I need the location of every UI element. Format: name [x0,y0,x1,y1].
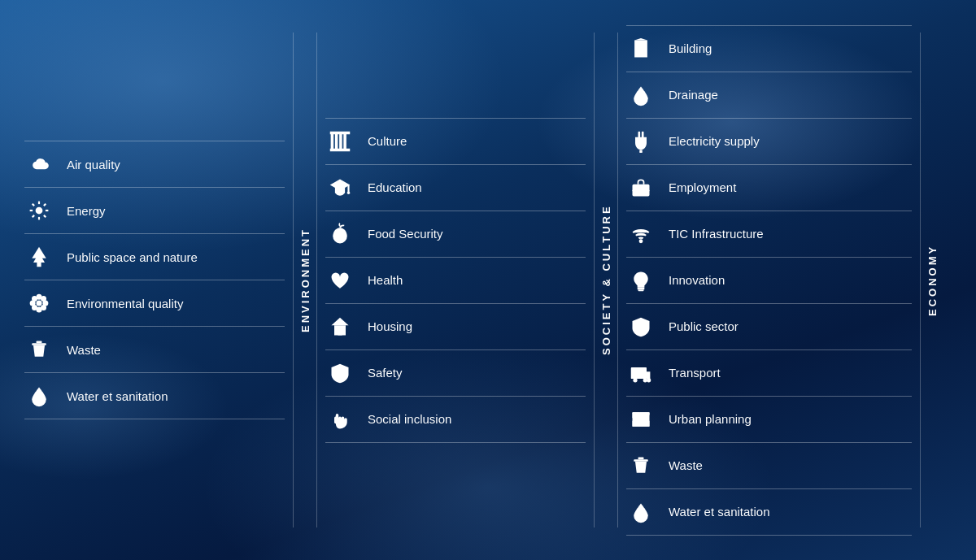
svg-rect-26 [343,132,346,150]
transport-label: Transport [669,366,721,380]
list-item: Energy [24,188,285,234]
public-sector-shield-icon [626,312,656,341]
culture-label: Culture [368,134,407,148]
building-label: Building [669,41,712,55]
sun-icon [24,196,54,225]
list-item: Urban planning [626,397,912,443]
waste2-label: Waste [669,458,703,472]
health-label: Health [368,273,403,287]
svg-rect-57 [633,420,642,426]
list-item: Electricity supply [626,119,912,165]
list-item: Public sector [626,304,912,350]
svg-rect-36 [634,40,647,57]
food-security-label: Food Security [368,227,443,241]
society-category-label: SOCIETY & CULTURE [595,24,617,536]
svg-point-20 [32,305,37,310]
wifi-icon [626,219,656,249]
svg-line-7 [44,204,46,206]
svg-rect-48 [638,289,644,291]
list-item: Health [325,258,586,304]
list-item: Waste [24,327,285,373]
social-inclusion-label: Social inclusion [368,412,451,426]
list-item: Culture [325,118,586,165]
heart-icon [325,266,355,295]
svg-rect-37 [637,43,640,46]
public-sector-label: Public sector [669,319,739,333]
svg-rect-21 [32,343,46,345]
economy-category-label: ECONOMY [921,24,943,536]
svg-rect-60 [638,457,644,459]
plan-icon [626,405,656,434]
svg-point-18 [41,305,46,310]
svg-rect-22 [37,341,42,344]
economy-column: Building Drainage Electricity supply Emp… [618,24,943,536]
water2-drop-icon [626,497,656,527]
svg-point-46 [640,240,643,242]
mortarboard-icon [325,173,355,202]
safety-label: Safety [368,366,403,380]
svg-rect-35 [334,416,338,423]
svg-rect-56 [639,415,645,418]
list-item: Building [626,25,912,72]
environment-category-label: ENVIRONMENT [294,24,316,536]
list-item: Environmental quality [24,280,285,327]
svg-point-17 [32,296,37,302]
list-item: Waste [626,443,912,489]
bulb-icon [626,266,656,295]
water-label: Water et sanitation [67,389,168,403]
public-space-label: Public space and nature [67,250,198,264]
bin-icon [24,335,54,364]
building-icon [626,34,656,63]
electricity-label: Electricity supply [669,134,760,148]
list-item: Food Security [325,211,586,258]
economy-list: Building Drainage Electricity supply Emp… [618,24,920,536]
tic-label: TIC Infrastructure [669,227,764,241]
svg-rect-54 [633,412,640,418]
list-item: Drainage [626,72,912,119]
svg-rect-39 [637,49,640,52]
svg-point-19 [41,296,46,302]
env-quality-label: Environmental quality [67,297,183,310]
svg-rect-38 [642,43,645,46]
svg-rect-23 [331,132,334,150]
svg-rect-43 [639,150,643,153]
svg-line-6 [44,215,46,217]
tree-icon [24,242,54,271]
environment-column: Air quality Energy Public space and natu… [16,24,317,536]
svg-line-5 [33,204,34,206]
waste-label: Waste [67,343,101,357]
drop-icon [24,381,54,410]
cloud-icon [24,150,54,179]
svg-point-52 [647,378,651,382]
svg-rect-58 [641,420,650,426]
energy-label: Energy [67,204,106,218]
svg-rect-24 [335,132,338,150]
list-item: Water et sanitation [24,373,285,419]
waste2-icon [626,451,656,480]
innovation-label: Innovation [669,273,725,287]
briefcase-icon [626,173,656,202]
svg-rect-59 [634,459,648,462]
hand-icon [325,405,355,434]
list-item: Social inclusion [325,397,586,443]
housing-label: Housing [368,319,412,333]
svg-point-12 [37,301,42,306]
list-item: Public space and nature [24,234,285,280]
svg-line-8 [33,215,34,217]
water2-label: Water et sanitation [669,505,770,519]
svg-point-50 [633,378,637,382]
education-label: Education [368,180,422,194]
svg-rect-55 [639,412,649,415]
air-quality-label: Air quality [67,158,120,171]
svg-rect-49 [631,367,647,379]
society-column: Culture Education Food Security Health [317,24,618,536]
svg-point-0 [36,207,43,215]
urban-planning-label: Urban planning [669,412,752,426]
society-list: Culture Education Food Security Health [317,24,594,536]
drainage-drop-icon [626,80,656,110]
list-item: Transport [626,350,912,397]
truck-icon [626,358,656,388]
svg-rect-27 [330,131,351,134]
shield-icon [325,358,355,388]
employment-label: Employment [669,180,736,194]
